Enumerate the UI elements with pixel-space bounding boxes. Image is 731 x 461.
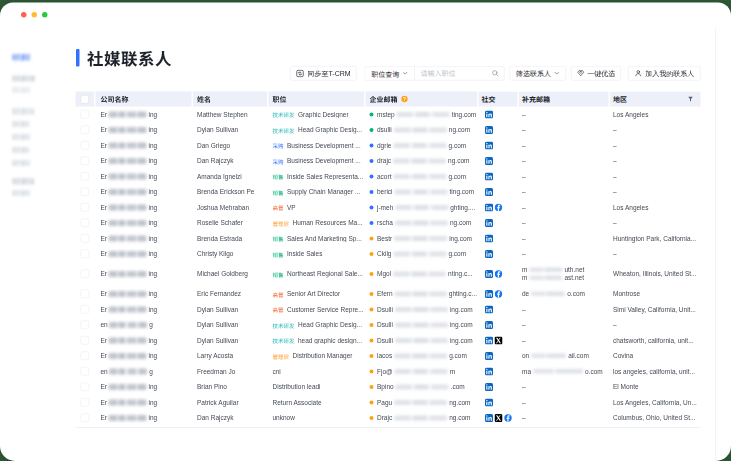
filter-contacts-button[interactable]: 筛选联系人 bbox=[510, 66, 567, 81]
linkedin-icon[interactable] bbox=[485, 336, 493, 344]
cell-social bbox=[479, 200, 518, 216]
x-icon[interactable] bbox=[495, 336, 503, 344]
cell-region: Los Angeles bbox=[610, 107, 701, 123]
row-checkbox[interactable] bbox=[81, 141, 90, 150]
sidebar-item-skeleton[interactable] bbox=[13, 160, 31, 166]
row-checkbox[interactable] bbox=[81, 270, 90, 279]
position-search-input[interactable] bbox=[421, 69, 492, 77]
sidebar-item-active-skeleton[interactable] bbox=[13, 54, 32, 61]
facebook-icon[interactable] bbox=[495, 270, 503, 278]
facebook-icon[interactable] bbox=[495, 203, 503, 211]
email-prefix: acort bbox=[377, 173, 391, 181]
cell-select bbox=[76, 246, 95, 262]
row-checkbox[interactable] bbox=[81, 352, 90, 361]
linkedin-icon[interactable] bbox=[485, 305, 493, 313]
row-checkbox[interactable] bbox=[81, 398, 90, 407]
filter-funnel-icon[interactable] bbox=[688, 96, 694, 102]
cell-email: rschang.com bbox=[366, 215, 478, 231]
row-checkbox[interactable] bbox=[81, 219, 90, 228]
linkedin-icon[interactable] bbox=[485, 352, 493, 360]
linkedin-icon[interactable] bbox=[485, 383, 493, 391]
row-checkbox[interactable] bbox=[81, 367, 90, 376]
add-to-my-contacts-button[interactable]: 加入我的联系人 bbox=[628, 66, 701, 81]
sidebar-item-skeleton[interactable] bbox=[13, 87, 32, 93]
x-icon[interactable] bbox=[495, 414, 503, 422]
cell-position: 销售Supply Chain Manager ... bbox=[269, 184, 365, 200]
linkedin-icon[interactable] bbox=[485, 321, 493, 329]
cell-social bbox=[479, 395, 518, 411]
linkedin-icon[interactable] bbox=[485, 110, 493, 118]
linkedin-icon[interactable] bbox=[485, 398, 493, 406]
email-redacted bbox=[394, 400, 447, 405]
position-text: unknow bbox=[273, 414, 295, 422]
position-select-label: 职位查询 bbox=[371, 68, 399, 78]
sidebar-item-skeleton[interactable] bbox=[13, 190, 31, 196]
position-type-select[interactable]: 职位查询 bbox=[365, 67, 414, 81]
position-tag: 高管 bbox=[273, 290, 284, 298]
linkedin-icon[interactable] bbox=[485, 367, 493, 375]
row-checkbox[interactable] bbox=[81, 126, 90, 135]
company-name-redacted bbox=[109, 271, 147, 277]
row-checkbox[interactable] bbox=[81, 414, 90, 423]
row-checkbox[interactable] bbox=[81, 290, 90, 299]
help-icon[interactable]: ? bbox=[401, 96, 408, 103]
row-checkbox[interactable] bbox=[81, 110, 90, 119]
facebook-icon[interactable] bbox=[504, 414, 512, 422]
cell-region: los angeles, california, unit... bbox=[610, 364, 701, 380]
cell-region: Montrose bbox=[610, 286, 701, 302]
linkedin-icon[interactable] bbox=[485, 126, 493, 134]
row-checkbox[interactable] bbox=[81, 336, 90, 345]
cell-name: Brian Pino bbox=[193, 379, 267, 395]
cell-region: – bbox=[610, 246, 701, 262]
linkedin-icon[interactable] bbox=[485, 234, 493, 242]
company-name-prefix: Er bbox=[101, 337, 108, 345]
sidebar-item-skeleton[interactable] bbox=[13, 76, 36, 82]
linkedin-icon[interactable] bbox=[485, 203, 493, 211]
email-prefix: Mgol bbox=[377, 270, 391, 278]
cell-position: 销售Sales And Marketing Sp... bbox=[269, 231, 365, 247]
cell-supp-email: – bbox=[519, 333, 609, 349]
cell-supp-email: – bbox=[519, 107, 609, 123]
facebook-icon[interactable] bbox=[495, 290, 503, 298]
linkedin-icon[interactable] bbox=[485, 414, 493, 422]
linkedin-icon[interactable] bbox=[485, 172, 493, 180]
linkedin-icon[interactable] bbox=[485, 219, 493, 227]
linkedin-icon[interactable] bbox=[485, 290, 493, 298]
cell-company: Ering bbox=[96, 231, 192, 247]
page-header: 社媒联系人 bbox=[76, 49, 172, 67]
linkedin-icon[interactable] bbox=[485, 250, 493, 258]
row-checkbox[interactable] bbox=[81, 203, 90, 212]
row-checkbox[interactable] bbox=[81, 157, 90, 166]
cell-email: dsulling.com bbox=[366, 122, 478, 138]
row-checkbox[interactable] bbox=[81, 250, 90, 259]
company-name-prefix: en bbox=[101, 368, 108, 376]
sidebar-item-skeleton[interactable] bbox=[13, 121, 30, 127]
table-row: EringBrian PinoDistribution leadiBpino.c… bbox=[76, 379, 701, 395]
sidebar-item-skeleton[interactable] bbox=[13, 147, 30, 153]
sidebar-item-skeleton[interactable] bbox=[13, 178, 35, 185]
sidebar-item-skeleton[interactable] bbox=[13, 108, 35, 115]
cell-position: Distribution leadi bbox=[269, 379, 365, 395]
cell-select bbox=[76, 286, 95, 302]
position-tag: 高管 bbox=[273, 203, 284, 211]
row-checkbox[interactable] bbox=[81, 383, 90, 392]
sidebar-item-skeleton[interactable] bbox=[13, 134, 31, 140]
linkedin-icon[interactable] bbox=[485, 188, 493, 196]
row-checkbox[interactable] bbox=[81, 321, 90, 330]
select-all-checkbox[interactable] bbox=[81, 95, 90, 104]
linkedin-icon[interactable] bbox=[485, 270, 493, 278]
svg-text:?: ? bbox=[403, 97, 406, 102]
cell-email: Dsulliing.com bbox=[366, 317, 478, 333]
person-icon bbox=[634, 70, 642, 78]
row-checkbox[interactable] bbox=[81, 305, 90, 314]
linkedin-icon[interactable] bbox=[485, 157, 493, 165]
one-click-optimize-button[interactable]: 一键优选 bbox=[571, 66, 621, 81]
row-checkbox[interactable] bbox=[81, 188, 90, 197]
row-checkbox[interactable] bbox=[81, 172, 90, 181]
row-checkbox[interactable] bbox=[81, 234, 90, 243]
sync-to-tcrm-button[interactable]: 同步至T-CRM bbox=[290, 66, 357, 81]
email-suffix: m bbox=[450, 368, 455, 376]
cell-position: 技术研发Head Graphic Desig... bbox=[269, 122, 365, 138]
linkedin-icon[interactable] bbox=[485, 141, 493, 149]
search-icon[interactable] bbox=[492, 70, 500, 78]
